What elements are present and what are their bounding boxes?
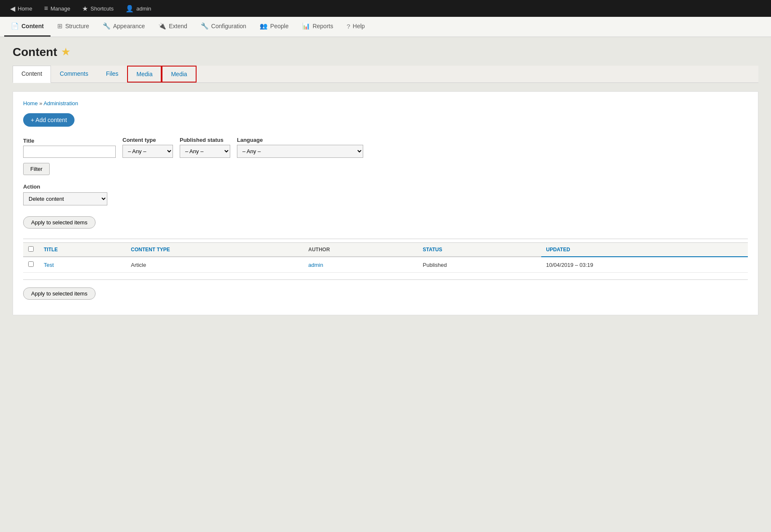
apply-button-bottom[interactable]: Apply to selected items [23,287,96,300]
extend-icon: 🔌 [158,22,166,30]
language-label: Language [237,137,363,143]
nav-structure[interactable]: ⊞ Structure [51,17,96,37]
title-label: Title [23,138,116,144]
breadcrumb-home[interactable]: Home [23,100,38,106]
select-all-header [23,243,39,257]
language-select[interactable]: – Any – English [237,145,363,158]
action-select[interactable]: Delete content Publish content Unpublish… [23,192,107,205]
row-author: admin [303,257,417,273]
page-title: Content ★ [13,45,758,59]
breadcrumb: Home » Administration [23,100,748,106]
tab-files[interactable]: Files [97,66,128,82]
tabs-container: Content Comments Files Media Media [13,66,758,83]
breadcrumb-admin[interactable]: Administration [43,100,78,106]
content-type-group: Content type – Any – Article Basic page [122,137,173,158]
table-divider-bottom [23,279,748,280]
row-title: Test [39,257,126,273]
breadcrumb-separator: » [39,100,43,106]
row-title-link[interactable]: Test [44,262,54,268]
admin-bar-home[interactable]: ◀ Home [4,0,38,17]
nav-people[interactable]: 👥 People [253,17,295,37]
tab-content[interactable]: Content [13,66,51,83]
language-group: Language – Any – English [237,137,363,158]
main-nav: 📄 Content ⊞ Structure 🔧 Appearance 🔌 Ext… [0,17,771,37]
table-row: Test Article admin Published 10/04/2019 … [23,257,748,273]
content-table: TITLE CONTENT TYPE AUTHOR STATUS UPDATED… [23,242,748,273]
user-icon: 👤 [125,5,134,13]
shortcuts-star-icon: ★ [82,5,88,13]
nav-reports[interactable]: 📊 Reports [295,17,340,37]
published-status-select[interactable]: – Any – Published Unpublished [180,145,230,158]
table-divider-top [23,239,748,239]
title-input[interactable] [23,146,116,158]
published-status-group: Published status – Any – Published Unpub… [180,137,230,158]
manage-icon: ≡ [44,5,48,12]
row-updated: 10/04/2019 – 03:19 [541,257,748,273]
published-status-label: Published status [180,137,230,143]
nav-help[interactable]: ? Help [340,17,372,37]
row-author-link[interactable]: admin [308,262,323,268]
row-status: Published [418,257,541,273]
favorite-star-icon[interactable]: ★ [61,47,70,58]
admin-bar-user[interactable]: 👤 admin [120,0,157,17]
add-content-button[interactable]: + Add content [23,113,74,127]
author-column-header: AUTHOR [303,243,417,257]
home-back-icon: ◀ [10,5,15,13]
status-column-header[interactable]: STATUS [418,243,541,257]
row-checkbox[interactable] [28,261,34,267]
nav-appearance[interactable]: 🔧 Appearance [96,17,152,37]
content-type-label: Content type [122,137,173,143]
title-field-group: Title [23,138,116,158]
help-icon: ? [347,23,350,30]
row-checkbox-cell [23,257,39,273]
action-label: Action [23,184,748,190]
filter-form: Title Content type – Any – Article Basic… [23,137,748,175]
content-area: Home » Administration + Add content Titl… [13,91,758,315]
nav-configuration[interactable]: 🔧 Configuration [194,17,253,37]
action-section: Action Delete content Publish content Un… [23,184,748,205]
page-content: Content ★ Content Comments Files Media M… [0,37,771,532]
nav-content[interactable]: 📄 Content [4,17,51,37]
tab-comments[interactable]: Comments [51,66,97,82]
row-content-type: Article [126,257,303,273]
tab-media-2[interactable]: Media [162,66,196,82]
updated-column-header[interactable]: UPDATED [541,243,748,257]
admin-bar-shortcuts[interactable]: ★ Shortcuts [76,0,120,17]
apply-button-top[interactable]: Apply to selected items [23,216,96,229]
filter-button[interactable]: Filter [23,163,50,175]
content-type-select[interactable]: – Any – Article Basic page [122,145,173,158]
title-column-header[interactable]: TITLE [39,243,126,257]
configuration-icon: 🔧 [201,22,209,30]
reports-icon: 📊 [302,22,310,30]
tab-media-1[interactable]: Media [127,66,162,82]
admin-bar-manage[interactable]: ≡ Manage [38,0,76,17]
content-type-column-header[interactable]: CONTENT TYPE [126,243,303,257]
appearance-icon: 🔧 [103,22,111,30]
content-icon: 📄 [11,22,19,30]
nav-extend[interactable]: 🔌 Extend [152,17,194,37]
admin-bar: ◀ Home ≡ Manage ★ Shortcuts 👤 admin [0,0,771,17]
table-header-row: TITLE CONTENT TYPE AUTHOR STATUS UPDATED [23,243,748,257]
people-icon: 👥 [260,22,268,30]
structure-icon: ⊞ [57,22,63,30]
select-all-checkbox[interactable] [28,246,34,252]
